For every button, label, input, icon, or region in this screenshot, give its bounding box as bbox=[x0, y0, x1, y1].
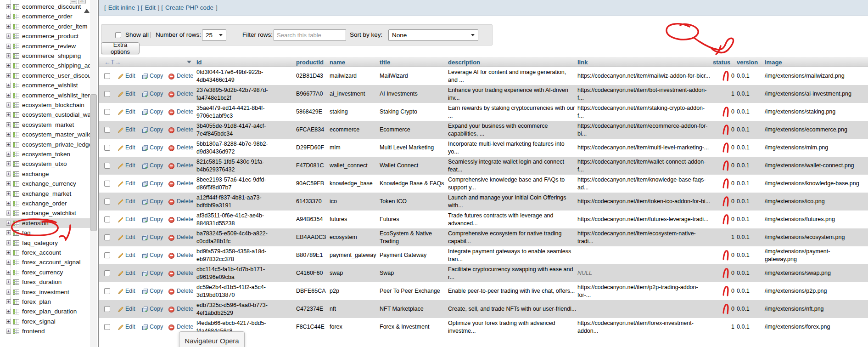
expand-plus-icon[interactable]: + bbox=[6, 260, 11, 265]
delete-icon[interactable] bbox=[168, 216, 174, 223]
edit-link[interactable]: Edit bbox=[125, 85, 135, 103]
row-checkbox[interactable] bbox=[104, 73, 110, 79]
expand-plus-icon[interactable]: + bbox=[6, 24, 11, 29]
expand-plus-icon[interactable]: + bbox=[6, 132, 11, 137]
col-header-image[interactable]: image bbox=[765, 57, 782, 67]
sidebar-item-ecosystem_private_ledger[interactable]: +ecosystem_private_ledger bbox=[0, 140, 90, 149]
expand-plus-icon[interactable]: + bbox=[6, 240, 11, 245]
expand-plus-icon[interactable]: + bbox=[6, 73, 11, 78]
delete-link[interactable]: Delete bbox=[177, 264, 193, 282]
edit-link[interactable]: Edit bbox=[125, 264, 135, 282]
expand-plus-icon[interactable]: + bbox=[6, 112, 11, 117]
expand-plus-icon[interactable]: + bbox=[6, 210, 11, 216]
edit-link[interactable]: Edit bbox=[125, 210, 135, 228]
delete-icon[interactable] bbox=[168, 163, 174, 169]
sidebar-item-ecosystem_master_wallet[interactable]: +ecosystem_master_wallet bbox=[0, 130, 90, 139]
expand-plus-icon[interactable]: + bbox=[6, 93, 11, 98]
search-table-input[interactable] bbox=[274, 29, 346, 41]
sidebar-item-ecosystem_market[interactable]: +ecosystem_market bbox=[0, 120, 90, 130]
sidebar-item-exchange_market[interactable]: +exchange_market bbox=[0, 189, 90, 199]
edit-link[interactable]: Edit bbox=[125, 121, 135, 139]
sidebar-item-extension[interactable]: +extension bbox=[0, 218, 90, 228]
sidebar-item-ecommerce_wishlist[interactable]: +ecommerce_wishlist bbox=[0, 80, 90, 90]
delete-icon[interactable] bbox=[168, 324, 174, 330]
row-checkbox[interactable] bbox=[104, 127, 110, 133]
row-checkbox[interactable] bbox=[104, 270, 110, 276]
expand-plus-icon[interactable]: + bbox=[6, 329, 11, 334]
sidebar-item-forex_plan_duration[interactable]: +forex_plan_duration bbox=[0, 307, 90, 316]
sidebar-item-forex_account[interactable]: +forex_account bbox=[0, 248, 90, 257]
create-php-code-link[interactable]: Create PHP code bbox=[165, 4, 213, 11]
edit-icon[interactable] bbox=[118, 199, 124, 205]
column-order-arrows[interactable]: ←T→ bbox=[104, 57, 121, 67]
copy-link[interactable]: Copy bbox=[150, 264, 163, 282]
copy-link[interactable]: Copy bbox=[150, 282, 163, 300]
expand-plus-icon[interactable]: + bbox=[6, 270, 11, 275]
copy-link[interactable]: Copy bbox=[150, 121, 163, 139]
edit-link[interactable]: Edit bbox=[125, 246, 135, 264]
sidebar-item-exchange_currency[interactable]: +exchange_currency bbox=[0, 179, 90, 188]
sidebar-item-faq_category[interactable]: +faq_category bbox=[0, 238, 90, 248]
copy-link[interactable]: Copy bbox=[150, 318, 163, 336]
expand-plus-icon[interactable]: + bbox=[6, 230, 11, 235]
copy-icon[interactable] bbox=[142, 199, 148, 205]
copy-icon[interactable] bbox=[142, 109, 148, 115]
row-checkbox[interactable] bbox=[104, 91, 110, 97]
delete-icon[interactable] bbox=[168, 127, 174, 133]
copy-icon[interactable] bbox=[142, 127, 148, 133]
expand-plus-icon[interactable]: + bbox=[6, 279, 11, 284]
show-all-checkbox[interactable] bbox=[115, 32, 121, 38]
sidebar-item-exchange_order[interactable]: +exchange_order bbox=[0, 199, 90, 208]
row-checkbox[interactable] bbox=[104, 252, 110, 258]
expand-plus-icon[interactable]: + bbox=[6, 83, 11, 88]
delete-link[interactable]: Delete bbox=[177, 228, 193, 246]
row-checkbox[interactable] bbox=[104, 145, 110, 151]
copy-link[interactable]: Copy bbox=[150, 139, 163, 157]
row-checkbox[interactable] bbox=[104, 288, 110, 294]
sidebar-item-ecosystem_custodial_wallet[interactable]: +ecosystem_custodial_wallet bbox=[0, 110, 90, 119]
edit-link[interactable]: Edit bbox=[145, 4, 156, 11]
sidebar-item-ecosystem_token[interactable]: +ecosystem_token bbox=[0, 149, 90, 159]
expand-plus-icon[interactable]: + bbox=[6, 181, 11, 186]
sidebar-item-ecommerce_order_item[interactable]: +ecommerce_order_item bbox=[0, 22, 90, 31]
col-header-title[interactable]: title bbox=[380, 57, 390, 67]
expand-plus-icon[interactable]: + bbox=[6, 250, 11, 255]
row-checkbox[interactable] bbox=[104, 199, 110, 205]
delete-link[interactable]: Delete bbox=[177, 300, 193, 318]
copy-icon[interactable] bbox=[142, 270, 148, 277]
edit-icon[interactable] bbox=[118, 216, 124, 223]
col-header-status[interactable]: status bbox=[713, 57, 730, 67]
edit-icon[interactable] bbox=[118, 181, 124, 187]
expand-plus-icon[interactable]: + bbox=[6, 191, 11, 196]
edit-link[interactable]: Edit bbox=[125, 318, 135, 336]
edit-icon[interactable] bbox=[118, 73, 124, 80]
copy-link[interactable]: Copy bbox=[150, 175, 163, 193]
delete-link[interactable]: Delete bbox=[177, 103, 193, 121]
sort-by-key-select[interactable]: None bbox=[388, 29, 478, 41]
row-checkbox[interactable] bbox=[104, 109, 110, 115]
delete-icon[interactable] bbox=[168, 109, 174, 115]
expand-plus-icon[interactable]: + bbox=[6, 161, 11, 166]
copy-icon[interactable] bbox=[142, 145, 148, 151]
edit-icon[interactable] bbox=[118, 288, 124, 295]
delete-icon[interactable] bbox=[168, 234, 174, 241]
expand-plus-icon[interactable]: + bbox=[6, 53, 11, 58]
edit-icon[interactable] bbox=[118, 91, 124, 97]
copy-link[interactable]: Copy bbox=[150, 193, 163, 210]
copy-icon[interactable] bbox=[142, 181, 148, 187]
edit-link[interactable]: Edit bbox=[125, 300, 135, 318]
delete-icon[interactable] bbox=[168, 145, 174, 151]
delete-link[interactable]: Delete bbox=[177, 210, 193, 228]
copy-icon[interactable] bbox=[142, 306, 148, 313]
delete-link[interactable]: Delete bbox=[177, 157, 193, 175]
sidebar-item-ecommerce_order[interactable]: +ecommerce_order bbox=[0, 11, 90, 21]
edit-link[interactable]: Edit bbox=[125, 282, 135, 300]
col-header-productId[interactable]: productId bbox=[296, 57, 324, 67]
sidebar-item-exchange[interactable]: +exchange bbox=[0, 169, 90, 179]
edit-icon[interactable] bbox=[118, 234, 124, 241]
col-header-version[interactable]: version bbox=[737, 57, 758, 67]
collapse-all-icon[interactable]: — bbox=[70, 0, 77, 4]
sidebar-item-ecommerce_shipping_address[interactable]: +ecommerce_shipping_address bbox=[0, 61, 90, 70]
copy-icon[interactable] bbox=[142, 252, 148, 259]
number-of-rows-select[interactable]: 25 bbox=[202, 29, 226, 41]
